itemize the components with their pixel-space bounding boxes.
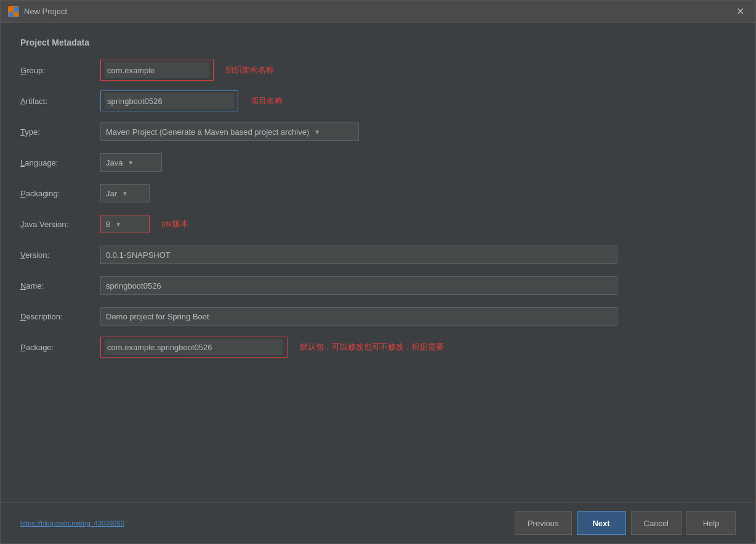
java-version-dropdown-arrow: ▼ <box>115 221 121 228</box>
section-title: Project Metadata <box>20 38 736 47</box>
language-field: Java ▼ <box>100 153 736 172</box>
java-version-annotation: jdk版本 <box>162 218 188 230</box>
language-dropdown-arrow: ▼ <box>127 159 134 166</box>
dialog-title: New Project <box>24 7 67 16</box>
svg-rect-2 <box>9 12 14 17</box>
package-input-wrapper <box>100 337 288 358</box>
description-row: Description: <box>20 306 736 327</box>
type-select-value: Maven Project (Generate a Maven based pr… <box>106 127 309 137</box>
java-version-label: Java Version: <box>20 220 100 229</box>
description-label: Description: <box>20 312 100 321</box>
type-row: Type: Maven Project (Generate a Maven ba… <box>20 121 736 142</box>
package-label: Package: <box>20 343 100 352</box>
packaging-select[interactable]: Jar ▼ <box>100 184 150 202</box>
footer-url[interactable]: https://blog.csdn.net/qq_43039260 <box>20 519 510 527</box>
language-label: Language: <box>20 158 100 167</box>
name-input[interactable] <box>100 276 617 295</box>
java-version-label-text: Java Version: <box>20 220 68 229</box>
type-label-text: Type: <box>20 127 40 137</box>
close-button[interactable]: ✕ <box>733 6 748 18</box>
group-label-text: Group: <box>20 66 45 75</box>
svg-rect-0 <box>9 7 14 12</box>
packaging-label: Packaging: <box>20 189 100 198</box>
type-field: Maven Project (Generate a Maven based pr… <box>100 122 736 141</box>
artifact-annotation: 项目名称 <box>251 95 283 106</box>
group-annotation: 组织架构名称 <box>226 65 274 76</box>
group-label: Group: <box>20 66 100 75</box>
svg-rect-3 <box>14 12 18 17</box>
title-bar-left: New Project <box>8 6 67 17</box>
language-select[interactable]: Java ▼ <box>100 153 162 172</box>
language-label-text: Language: <box>20 158 58 167</box>
name-field <box>100 276 736 295</box>
title-bar: New Project ✕ <box>1 1 755 23</box>
type-select[interactable]: Maven Project (Generate a Maven based pr… <box>100 122 359 141</box>
package-annotation: 默认包，可以修改也可不修改，根据需要 <box>300 342 444 353</box>
java-version-field: 8 ▼ jdk版本 <box>100 215 736 233</box>
group-input-wrapper <box>100 60 214 81</box>
group-input[interactable] <box>105 62 209 78</box>
version-label: Version: <box>20 250 100 260</box>
package-field: 默认包，可以修改也可不修改，根据需要 <box>100 337 736 358</box>
artifact-row: Artifact: 项目名称 <box>20 90 736 111</box>
form-content: Project Metadata Group: 组织架构名称 Artifact: <box>1 23 755 502</box>
package-row: Package: 默认包，可以修改也可不修改，根据需要 <box>20 337 736 358</box>
java-version-select[interactable]: 8 ▼ <box>100 215 150 233</box>
app-icon <box>8 6 19 17</box>
version-field <box>100 246 736 264</box>
artifact-field: 项目名称 <box>100 90 736 111</box>
package-label-text: Package: <box>20 343 54 352</box>
language-row: Language: Java ▼ <box>20 152 736 173</box>
packaging-dropdown-arrow: ▼ <box>122 190 128 197</box>
description-label-text: Description: <box>20 312 63 321</box>
previous-button[interactable]: Previous <box>515 511 572 535</box>
name-row: Name: <box>20 275 736 296</box>
new-project-dialog: New Project ✕ Project Metadata Group: 组织… <box>0 0 756 544</box>
group-row: Group: 组织架构名称 <box>20 60 736 81</box>
next-button[interactable]: Next <box>577 511 626 535</box>
language-select-value: Java <box>106 158 123 167</box>
type-dropdown-arrow: ▼ <box>314 129 320 135</box>
packaging-field: Jar ▼ <box>100 184 736 202</box>
packaging-row: Packaging: Jar ▼ <box>20 183 736 204</box>
version-input[interactable] <box>100 246 617 264</box>
description-field <box>100 307 736 326</box>
artifact-label-text: Artifact: <box>20 97 47 106</box>
footer: https://blog.csdn.net/qq_43039260 Previo… <box>1 502 755 543</box>
cancel-button[interactable]: Cancel <box>631 511 682 535</box>
version-row: Version: <box>20 244 736 265</box>
version-label-text: Version: <box>20 250 49 260</box>
type-label: Type: <box>20 127 100 137</box>
help-button[interactable]: Help <box>686 511 736 535</box>
packaging-label-text: Packaging: <box>20 189 60 198</box>
svg-rect-1 <box>14 7 18 12</box>
name-label: Name: <box>20 281 100 290</box>
description-input[interactable] <box>100 307 617 326</box>
packaging-select-value: Jar <box>106 189 117 198</box>
artifact-input-wrapper <box>100 90 238 111</box>
artifact-input[interactable] <box>105 93 234 109</box>
package-input[interactable] <box>105 339 283 355</box>
java-version-row: Java Version: 8 ▼ jdk版本 <box>20 214 736 234</box>
group-field: 组织架构名称 <box>100 60 736 81</box>
name-label-text: Name: <box>20 281 44 290</box>
java-version-select-value: 8 <box>106 220 110 229</box>
artifact-label: Artifact: <box>20 97 100 106</box>
